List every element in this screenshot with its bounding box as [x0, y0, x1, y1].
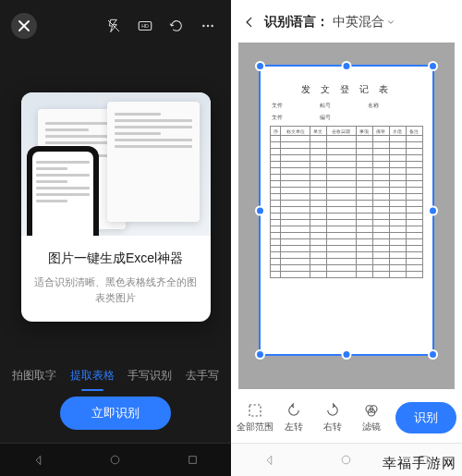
tool-label: 全部范围	[237, 421, 274, 433]
tab-extract-table[interactable]: 提取表格	[68, 364, 116, 387]
tool-filter[interactable]: 滤镜	[353, 402, 390, 433]
nav-recent-icon[interactable]	[180, 448, 204, 472]
document-crop-frame[interactable]: 发 文 登 记 表 文件 粘号 名称 文件 编号 序 标文单位 单文 会收日	[259, 65, 434, 356]
language-selector[interactable]: 中英混合	[333, 14, 395, 31]
crop-handle-tr[interactable]	[428, 61, 438, 71]
crop-handle-r[interactable]	[428, 205, 438, 215]
left-card-area: 图片一键生成Excel神器 适合识别清晰、黑色表格线齐全的图表类图片	[0, 46, 231, 359]
tool-full-crop[interactable]: 全部范围	[237, 402, 274, 433]
nav-home-icon[interactable]	[103, 448, 128, 472]
document-title: 发 文 登 记 表	[270, 83, 423, 96]
right-header: 识别语言： 中英混合	[231, 0, 462, 41]
crop-handle-tl[interactable]	[255, 61, 265, 71]
svg-rect-7	[189, 457, 197, 464]
bottom-toolbar: 全部范围 左转 右转 滤镜 识别	[231, 397, 462, 443]
tab-handwriting[interactable]: 手写识别	[126, 364, 174, 387]
crop-handle-l[interactable]	[255, 205, 265, 215]
back-button[interactable]	[238, 11, 261, 33]
document-table: 序 标文单位 单文 会收日期 事项 保管 水借 备注	[270, 126, 423, 278]
tool-label: 右转	[323, 421, 342, 433]
right-phone-screen: 识别语言： 中英混合 发 文 登 记 表	[231, 0, 462, 476]
tab-remove-handwriting[interactable]: 去手写	[184, 364, 221, 387]
left-android-nav	[0, 443, 231, 476]
close-icon	[18, 20, 30, 31]
svg-point-5	[211, 25, 213, 27]
recognize-now-button[interactable]: 立即识别	[60, 397, 171, 430]
tool-label: 左转	[285, 421, 303, 433]
crop-handle-b[interactable]	[342, 349, 352, 360]
card-subtitle: 适合识别清晰、黑色表格线齐全的图表类图片	[34, 275, 198, 305]
more-icon[interactable]	[196, 14, 220, 38]
crop-handle-br[interactable]	[428, 349, 438, 360]
svg-point-3	[202, 25, 204, 27]
chevron-down-icon	[386, 18, 395, 27]
crop-handle-bl[interactable]	[255, 349, 265, 360]
svg-point-6	[112, 456, 120, 464]
tool-rotate-right[interactable]: 右转	[314, 402, 351, 433]
feature-card: 图片一键生成Excel神器 适合识别清晰、黑色表格线齐全的图表类图片	[21, 92, 211, 322]
crop-handle-t[interactable]	[342, 61, 352, 71]
tool-rotate-left[interactable]: 左转	[275, 402, 312, 433]
svg-point-4	[207, 25, 209, 27]
left-topbar: HD	[0, 0, 231, 46]
svg-rect-8	[249, 405, 261, 416]
nav-home-icon[interactable]	[334, 448, 359, 472]
svg-point-12	[343, 456, 351, 464]
language-value: 中英混合	[333, 14, 384, 31]
document-meta: 文件 粘号 名称 文件 编号	[270, 102, 423, 122]
card-illustration	[21, 92, 211, 236]
close-button[interactable]	[11, 13, 37, 39]
left-phone-screen: HD	[0, 0, 231, 476]
mode-tabs: 拍图取字 提取表格 手写识别 去手写	[0, 359, 231, 397]
nav-back-icon[interactable]	[27, 448, 51, 472]
nav-back-icon[interactable]	[258, 448, 282, 472]
svg-rect-13	[420, 457, 428, 464]
card-title: 图片一键生成Excel神器	[34, 250, 198, 267]
nav-recent-icon[interactable]	[411, 448, 435, 472]
right-android-nav	[231, 443, 462, 476]
svg-text:HD: HD	[141, 23, 149, 29]
crop-area: 发 文 登 记 表 文件 粘号 名称 文件 编号 序 标文单位 单文 会收日	[238, 43, 455, 389]
tool-label: 滤镜	[362, 421, 381, 433]
tab-photo-text[interactable]: 拍图取字	[10, 364, 58, 387]
recognize-button[interactable]: 识别	[395, 402, 456, 433]
refresh-icon[interactable]	[164, 14, 188, 38]
hd-icon[interactable]: HD	[133, 14, 157, 38]
header-title: 识别语言：	[264, 14, 329, 31]
flash-off-icon[interactable]	[102, 14, 126, 38]
